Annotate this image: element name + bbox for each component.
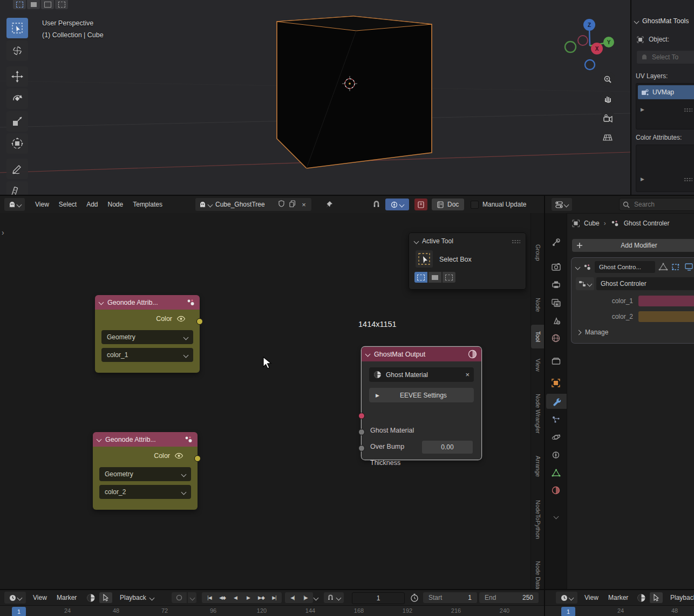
manual-update-checkbox[interactable] (471, 201, 479, 209)
tool-annotate-button[interactable] (6, 159, 28, 179)
eye-icon[interactable] (176, 316, 186, 322)
collapse-chevron-icon[interactable] (365, 352, 371, 357)
active-tool-cursor-button[interactable] (650, 592, 663, 603)
tab-object[interactable] (546, 375, 566, 391)
tool-scale-button[interactable] (6, 111, 28, 132)
tool-rotate-button[interactable] (6, 88, 28, 109)
menu-marker[interactable]: Marker (52, 594, 81, 601)
node-header[interactable]: Geonode Attrib... (95, 295, 200, 310)
timeline-ruler[interactable]: 2448 1 (545, 605, 694, 616)
unlink-material-button[interactable]: × (465, 371, 470, 379)
node-ghostmat-output[interactable]: GhostMat Output Ghost Material × ▶ EEVEE… (362, 347, 481, 460)
select-mode-new-icon[interactable] (13, 0, 26, 9)
next-keyframe-button[interactable]: ▶◆ (255, 592, 268, 603)
new-copy-button[interactable] (287, 200, 298, 209)
tab-render[interactable] (546, 259, 566, 274)
tab-collection[interactable] (546, 353, 566, 368)
uv-layer-item-uvmap[interactable]: UVMap (638, 85, 694, 99)
tab-material[interactable] (546, 483, 566, 498)
menu-select[interactable]: Select (54, 201, 81, 208)
panel-header-ghostmat-tools[interactable]: GhostMat Tools (635, 17, 689, 25)
camera-view-button[interactable] (600, 111, 615, 126)
doc-addon-alert-button[interactable] (414, 199, 427, 210)
list-expand-icon[interactable]: ▶ (641, 176, 644, 182)
collapse-chevron-icon[interactable] (575, 264, 581, 270)
menu-add[interactable]: Add (81, 201, 103, 208)
tab-arrange[interactable]: Arrange (531, 448, 544, 485)
select-tool-button[interactable]: Select To (637, 51, 694, 64)
tab-group[interactable]: Group (531, 233, 544, 272)
tab-view[interactable]: View (531, 352, 544, 378)
playback-menu[interactable]: Playback (670, 594, 694, 601)
pan-button[interactable] (600, 91, 615, 106)
doc-button[interactable]: Doc (432, 199, 464, 210)
viewport-3d[interactable]: User Perspective (1) Collection | Cube Z… (0, 0, 630, 195)
ghost-material-input-socket[interactable] (358, 413, 365, 419)
menu-view[interactable]: View (30, 201, 54, 208)
tab-tool[interactable] (546, 235, 566, 250)
geometry-select[interactable]: Geometry (99, 467, 191, 481)
current-frame-field[interactable]: 1 (352, 592, 405, 604)
menu-node[interactable]: Node (103, 201, 128, 208)
active-tool-panel-header[interactable]: Active Tool (414, 237, 453, 245)
editor-type-button[interactable] (552, 198, 572, 211)
select-mode-subtract-icon[interactable] (41, 0, 54, 9)
ortho-toggle-button[interactable] (600, 130, 615, 145)
prev-keyframe-button[interactable]: ◀◆ (216, 592, 229, 603)
editor-type-button[interactable] (4, 198, 25, 211)
jump-to-end-button[interactable]: ▶| (268, 592, 281, 603)
playback-menu[interactable]: Playback (120, 594, 154, 601)
unlink-button[interactable]: × (298, 201, 309, 209)
eye-icon[interactable] (174, 453, 183, 459)
tab-physics[interactable] (546, 429, 566, 444)
auto-keying-button-disabled[interactable] (172, 592, 187, 603)
collapse-chevron-icon[interactable] (99, 300, 104, 305)
attribute-select[interactable]: color_1 (101, 348, 193, 362)
active-tool-cursor-button[interactable] (99, 592, 112, 603)
shading-sphere-icon[interactable] (637, 593, 646, 603)
tab-tool[interactable]: Tool (531, 325, 544, 348)
playhead-current-frame[interactable]: 1 (12, 607, 26, 616)
color-output-socket[interactable] (194, 455, 201, 462)
end-frame-field[interactable]: End250 (479, 592, 539, 603)
stopwatch-icon[interactable] (410, 593, 419, 602)
shading-sphere-icon[interactable] (86, 593, 96, 603)
search-box[interactable] (619, 198, 694, 211)
keying-set-dropdown[interactable] (188, 592, 196, 603)
chevron-down-icon[interactable] (314, 596, 319, 601)
snap-target-dropdown[interactable] (385, 199, 409, 210)
playhead-current-frame[interactable]: 1 (561, 607, 575, 616)
node-header[interactable]: GhostMat Output (362, 347, 481, 361)
navigation-gizmo[interactable]: Z Y X (559, 16, 629, 76)
select-mode-new-button[interactable] (414, 272, 427, 283)
search-input[interactable] (633, 200, 689, 209)
display-realtime-icon-active[interactable] (671, 263, 681, 271)
tabs-more-chevron[interactable] (546, 509, 566, 524)
tab-node-wrangler[interactable]: Node Wrangler (531, 383, 544, 444)
start-frame-field[interactable]: Start1 (423, 592, 477, 603)
material-selector[interactable]: Ghost Material × (369, 367, 474, 382)
modifier-name-field[interactable]: Ghost Contro... (595, 261, 655, 273)
tab-object-data[interactable] (546, 465, 566, 480)
manage-section-header[interactable]: Manage (577, 328, 694, 336)
tool-transform-button[interactable] (6, 133, 28, 154)
resize-grip-icon[interactable] (684, 177, 692, 181)
menu-view[interactable]: View (580, 594, 603, 601)
menu-view[interactable]: View (28, 594, 52, 601)
menu-marker[interactable]: Marker (603, 594, 633, 601)
breadcrumb-modifier[interactable]: Ghost Controler (624, 220, 670, 227)
list-expand-icon[interactable]: ▶ (641, 107, 644, 112)
panel-grip-icon[interactable] (512, 239, 520, 243)
snap-toggle-button[interactable] (372, 201, 380, 210)
thickness-input-socket[interactable] (358, 445, 365, 451)
zoom-button[interactable] (600, 72, 615, 87)
resize-grip-icon[interactable] (684, 108, 692, 112)
tab-node[interactable]: Node (531, 290, 544, 320)
eevee-settings-panel-button[interactable]: ▶ EEVEE Settings (369, 388, 474, 402)
play-reverse-button[interactable]: ◀ (229, 592, 242, 603)
color-output-socket[interactable] (196, 318, 203, 325)
color2-swatch[interactable] (638, 311, 694, 322)
tab-modifiers-active[interactable] (546, 394, 567, 409)
chevron-down-icon[interactable] (208, 202, 213, 207)
select-mode-subtract-button[interactable] (443, 272, 455, 283)
